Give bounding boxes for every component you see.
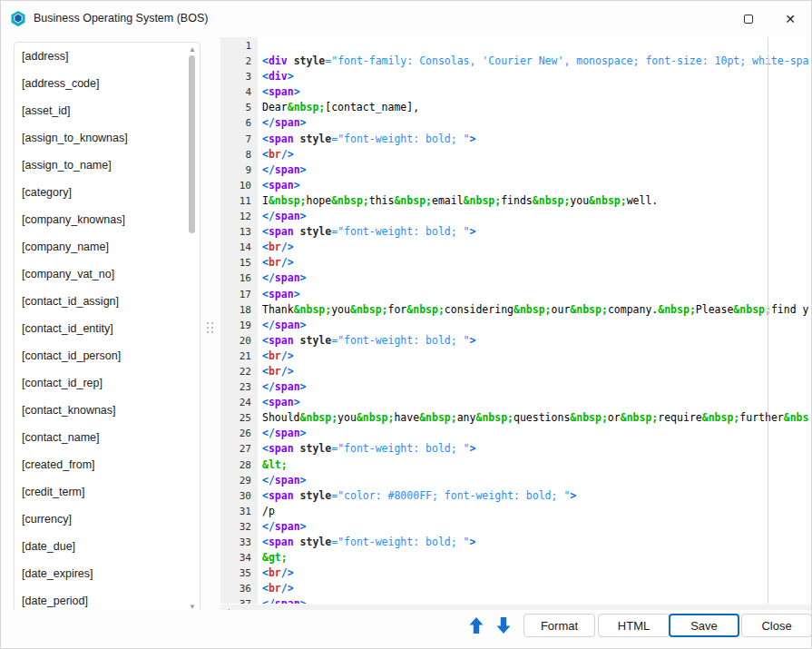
sidebar-item[interactable]: [contact_id_rep] bbox=[15, 369, 200, 397]
code-text: </span> bbox=[258, 596, 307, 604]
line-number: 28 bbox=[220, 457, 258, 473]
code-line[interactable]: 6</span> bbox=[220, 115, 812, 131]
line-number: 22 bbox=[220, 364, 258, 379]
code-line[interactable]: 8<br/> bbox=[220, 147, 812, 162]
code-line[interactable]: 27<span style="font-weight: bold; "> bbox=[220, 441, 812, 457]
line-number: 2 bbox=[220, 54, 258, 69]
code-line[interactable]: 19</span> bbox=[220, 318, 812, 333]
code-line[interactable]: 9</span> bbox=[220, 162, 812, 178]
code-line[interactable]: 5Dear&nbsp;[contact_name], bbox=[220, 100, 812, 115]
code-text bbox=[258, 38, 262, 54]
code-line[interactable]: 10<span> bbox=[220, 178, 812, 193]
splitter-handle[interactable] bbox=[205, 320, 214, 336]
sidebar-item[interactable]: [address_code] bbox=[15, 70, 200, 97]
code-line[interactable]: 28&lt; bbox=[220, 457, 812, 473]
code-line[interactable]: 26</span> bbox=[220, 426, 812, 441]
code-line[interactable]: 16</span> bbox=[220, 270, 812, 286]
sidebar-item[interactable]: [company_name] bbox=[15, 233, 200, 261]
code-line[interactable]: 25Should&nbsp;you&nbsp;have&nbsp;any&nbs… bbox=[220, 410, 812, 426]
code-line[interactable]: 18Thank&nbsp;you&nbsp;for&nbsp;consideri… bbox=[220, 302, 812, 318]
code-text: Dear&nbsp;[contact_name], bbox=[258, 100, 419, 115]
code-line[interactable]: 34&gt; bbox=[220, 550, 812, 565]
code-line[interactable]: 20<span style="font-weight: bold; "> bbox=[220, 333, 812, 349]
close-button[interactable]: Close bbox=[741, 614, 812, 637]
sidebar-item[interactable]: [contact_id_entity] bbox=[15, 315, 200, 342]
code-text: <br/> bbox=[258, 581, 294, 596]
move-down-button[interactable] bbox=[494, 615, 513, 635]
code-line[interactable]: 12</span> bbox=[220, 209, 812, 224]
line-number: 15 bbox=[220, 255, 258, 270]
sidebar-item[interactable]: [assign_to_knownas] bbox=[15, 124, 200, 152]
code-text: Should&nbsp;you&nbsp;have&nbsp;any&nbsp;… bbox=[258, 410, 808, 426]
code-line[interactable]: 11I&nbsp;hope&nbsp;this&nbsp;email&nbsp;… bbox=[220, 193, 812, 209]
code-text: <span style="font-weight: bold; "> bbox=[258, 535, 475, 550]
code-line[interactable]: 14<br/> bbox=[220, 240, 812, 255]
sidebar-item[interactable]: [created_from] bbox=[15, 451, 200, 478]
sidebar-item[interactable]: [contact_knownas] bbox=[15, 397, 200, 424]
sidebar-item[interactable]: [contact_name] bbox=[15, 424, 200, 451]
code-text: I&nbsp;hope&nbsp;this&nbsp;email&nbsp;fi… bbox=[258, 193, 658, 209]
window-title: Business Operating System (BOS) bbox=[34, 12, 208, 25]
editor-margin-line bbox=[768, 37, 768, 604]
code-text: <div> bbox=[258, 69, 294, 84]
code-line[interactable]: 32</span> bbox=[220, 519, 812, 535]
line-number: 23 bbox=[220, 379, 258, 395]
code-line[interactable]: 36<br/> bbox=[220, 581, 812, 596]
line-number: 7 bbox=[220, 132, 258, 147]
sidebar-item[interactable]: [company_vat_no] bbox=[15, 261, 200, 288]
sidebar-item[interactable]: [contact_id_person] bbox=[15, 342, 200, 369]
line-number: 6 bbox=[220, 115, 258, 131]
code-line[interactable]: 37</span> bbox=[220, 596, 812, 604]
code-line[interactable]: 3<div> bbox=[220, 69, 812, 84]
line-number: 13 bbox=[220, 224, 258, 240]
sidebar-item[interactable]: [company_knownas] bbox=[15, 206, 200, 233]
line-number: 5 bbox=[220, 100, 258, 115]
maximize-button[interactable] bbox=[728, 1, 769, 37]
down-arrow-icon bbox=[494, 615, 513, 635]
save-button[interactable]: Save bbox=[669, 614, 739, 637]
code-line[interactable]: 22<br/> bbox=[220, 364, 812, 379]
sidebar-item[interactable]: [assign_to_name] bbox=[15, 152, 200, 179]
code-line[interactable]: 13<span style="font-weight: bold; "> bbox=[220, 224, 812, 240]
code-line[interactable]: 4<span> bbox=[220, 84, 812, 100]
code-line[interactable]: 17<span> bbox=[220, 287, 812, 302]
code-line[interactable]: 7<span style="font-weight: bold; "> bbox=[220, 132, 812, 147]
html-button[interactable]: HTML bbox=[598, 614, 670, 637]
code-text: </span> bbox=[258, 318, 307, 333]
sidebar-item[interactable]: [category] bbox=[15, 179, 200, 206]
close-window-button[interactable]: ✕ bbox=[769, 1, 811, 37]
code-line[interactable]: 24<span> bbox=[220, 395, 812, 410]
line-number: 19 bbox=[220, 318, 258, 333]
html-code-editor[interactable]: 12<div style="font-family: Consolas, 'Co… bbox=[220, 37, 812, 604]
move-up-button[interactable] bbox=[467, 615, 485, 635]
code-text: &gt; bbox=[258, 550, 288, 565]
code-line[interactable]: 21<br/> bbox=[220, 349, 812, 364]
code-line[interactable]: 2<div style="font-family: Consolas, 'Cou… bbox=[220, 54, 812, 69]
code-line[interactable]: 30<span style="color: #8000FF; font-weig… bbox=[220, 488, 812, 504]
code-text: <br/> bbox=[258, 364, 294, 379]
line-number: 34 bbox=[220, 550, 258, 565]
code-line[interactable]: 35<br/> bbox=[220, 565, 812, 581]
sidebar-item[interactable]: [contact_id_assign] bbox=[15, 288, 200, 315]
code-line[interactable]: 15<br/> bbox=[220, 255, 812, 270]
line-number: 18 bbox=[220, 302, 258, 318]
sidebar-item[interactable]: [asset_id] bbox=[15, 97, 200, 124]
sidebar-scrollbar[interactable]: ▲ ▼ bbox=[187, 43, 198, 615]
code-text: </span> bbox=[258, 115, 307, 131]
code-line[interactable]: 31/p bbox=[220, 504, 812, 519]
sidebar-item[interactable]: [date_due] bbox=[15, 533, 200, 560]
code-line[interactable]: 1 bbox=[220, 38, 812, 54]
code-text: </span> bbox=[258, 519, 307, 535]
sidebar-item[interactable]: [address] bbox=[15, 43, 200, 70]
format-button[interactable]: Format bbox=[523, 614, 595, 637]
sidebar-item[interactable]: [date_expires] bbox=[15, 560, 200, 587]
code-line[interactable]: 33<span style="font-weight: bold; "> bbox=[220, 535, 812, 550]
sidebar-item[interactable]: [credit_term] bbox=[15, 478, 200, 506]
code-line[interactable]: 23</span> bbox=[220, 379, 812, 395]
sidebar-item[interactable]: [currency] bbox=[15, 506, 200, 533]
scroll-up-icon[interactable]: ▲ bbox=[187, 45, 198, 54]
line-number: 31 bbox=[220, 504, 258, 519]
up-arrow-icon bbox=[467, 615, 485, 635]
code-line[interactable]: 29</span> bbox=[220, 473, 812, 488]
sidebar-scrollbar-thumb[interactable] bbox=[189, 55, 195, 233]
